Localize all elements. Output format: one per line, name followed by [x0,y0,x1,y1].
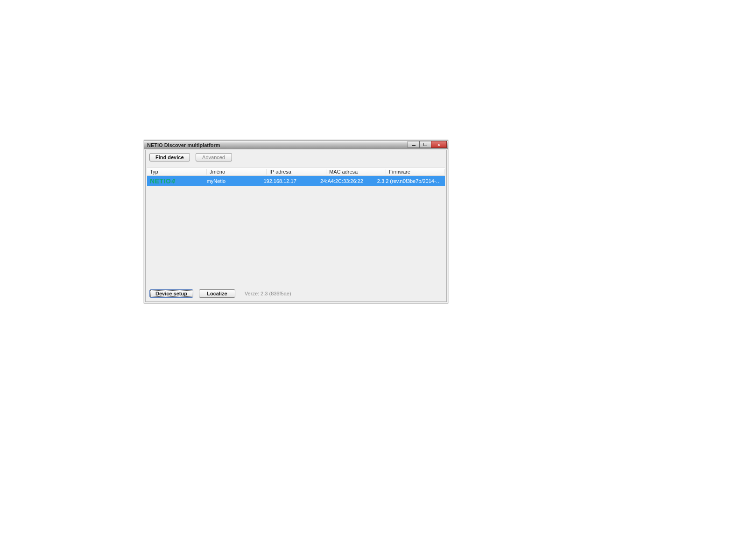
logo-suffix: 4 [171,177,175,185]
maximize-button[interactable] [419,141,431,148]
col-ip[interactable]: IP adresa [267,169,326,175]
localize-button[interactable]: Localize [199,289,235,298]
col-firmware[interactable]: Firmware [386,169,445,175]
toolbar-bottom: Device setup Localize Verze: 2.3 (836f5a… [146,287,446,301]
cell-mac: 24:A4:2C:33:26:22 [317,178,374,184]
app-window: NETIO Discover multiplatform x Find devi… [144,140,448,303]
table-header: Typ Jméno IP adresa MAC adresa Firmware [147,168,445,176]
close-button[interactable]: x [431,141,447,148]
device-table: Typ Jméno IP adresa MAC adresa Firmware … [147,167,445,286]
cell-jmeno: myNetio [204,178,261,184]
col-mac[interactable]: MAC adresa [326,169,386,175]
cell-ip: 192.168.12.17 [261,178,317,184]
window-title: NETIO Discover multiplatform [147,142,220,148]
table-row[interactable]: NETIO4 myNetio 192.168.12.17 24:A4:2C:33… [147,176,445,186]
logo-text: NETIO [150,177,171,185]
window-body: Find device Advanced Typ Jméno IP adresa… [145,150,447,302]
toolbar-top: Find device Advanced [146,150,446,164]
col-jmeno[interactable]: Jméno [207,169,267,175]
device-setup-button[interactable]: Device setup [149,289,193,298]
find-device-button[interactable]: Find device [149,153,190,161]
col-typ[interactable]: Typ [147,169,207,175]
advanced-button[interactable]: Advanced [196,153,232,161]
titlebar[interactable]: NETIO Discover multiplatform x [144,140,448,149]
cell-firmware: 2.3.2 (rev.n0f3be7b/2014-07... [374,178,445,184]
version-label: Verze: 2.3 (836f5ae) [245,291,291,296]
netio-logo-icon: NETIO4 [150,177,201,185]
window-controls: x [408,141,447,148]
cell-typ: NETIO4 [147,177,204,185]
minimize-button[interactable] [408,141,420,148]
